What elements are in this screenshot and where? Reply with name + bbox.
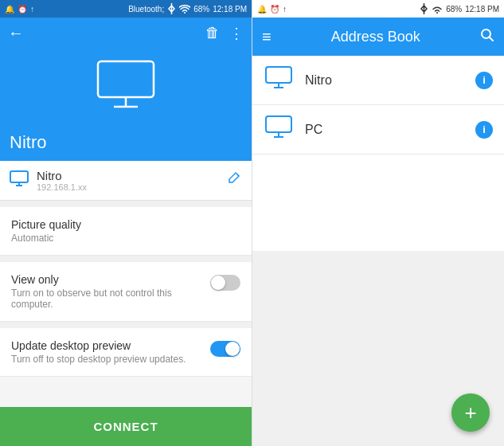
add-fab-button[interactable]: + <box>451 393 490 432</box>
right-bluetooth-icon <box>420 3 428 14</box>
left-panel: 🔔 ⏰ ↑ Bluetooth; 68% 12:18 PM ← 🗑 ⋮ <box>0 0 252 446</box>
setting-view-only-text: View only Turn on to observe but not con… <box>11 273 210 310</box>
menu-button[interactable]: ≡ <box>262 28 272 46</box>
right-notification-icon: 🔔 <box>257 5 267 14</box>
nitro-info-button[interactable]: i <box>475 72 493 89</box>
right-wifi-icon <box>432 5 443 14</box>
upload-icon: ↑ <box>30 5 34 14</box>
device-name-label: Nitro <box>37 169 228 182</box>
settings-divider-2 <box>0 256 252 262</box>
svg-line-7 <box>490 37 494 41</box>
right-status-right: 68% 12:18 PM <box>420 3 499 14</box>
notification-icon: 🔔 <box>5 5 14 14</box>
svg-rect-3 <box>10 171 28 182</box>
device-name-group: Nitro 192.168.1.xx <box>37 169 228 192</box>
alarm-icon: ⏰ <box>18 5 27 14</box>
setting-view-only-sub: Turn on to observe but not control this … <box>11 288 202 310</box>
right-status-bar: 🔔 ⏰ ↑ 68% 12:18 PM <box>252 0 504 18</box>
device-row[interactable]: Nitro 192.168.1.xx <box>0 161 252 201</box>
right-status-left: 🔔 ⏰ ↑ <box>257 5 287 14</box>
device-monitor-icon <box>10 170 29 190</box>
wifi-icon <box>179 5 190 14</box>
settings-divider-3 <box>0 322 252 328</box>
svg-rect-8 <box>266 67 291 83</box>
toggle-thumb <box>211 276 225 290</box>
right-time: 12:18 PM <box>465 5 499 14</box>
nitro-monitor-icon <box>264 65 294 95</box>
setting-view-only[interactable]: View only Turn on to observe but not con… <box>0 262 252 322</box>
bluetooth-icon: Bluetooth; <box>128 5 164 14</box>
update-desktop-toggle[interactable] <box>210 341 240 357</box>
battery-text: 68% <box>193 5 209 14</box>
pc-monitor-icon <box>264 115 294 144</box>
setting-update-text: Update desktop preview Turn off to stop … <box>11 339 210 365</box>
search-button[interactable] <box>480 28 494 46</box>
right-panel: 🔔 ⏰ ↑ 68% 12:18 PM ≡ Address Book <box>252 0 504 446</box>
edit-button[interactable] <box>228 171 242 190</box>
address-name-nitro: Nitro <box>305 73 475 88</box>
address-list: Nitro i PC i <box>252 56 504 251</box>
status-bar-left: 🔔 ⏰ ↑ <box>5 5 34 14</box>
delete-button[interactable]: 🗑 <box>205 25 220 42</box>
address-name-pc: PC <box>305 123 475 137</box>
address-item-pc[interactable]: PC i <box>252 105 504 155</box>
right-app-header: ≡ Address Book <box>252 18 504 56</box>
device-address: 192.168.1.xx <box>37 182 228 192</box>
right-alarm-icon: ⏰ <box>270 5 279 14</box>
left-status-bar: 🔔 ⏰ ↑ Bluetooth; 68% 12:18 PM <box>0 0 252 18</box>
back-button[interactable]: ← <box>8 24 24 42</box>
setting-picture-quality-title: Picture quality <box>11 218 232 231</box>
status-bar-right: Bluetooth; 68% 12:18 PM <box>128 3 247 14</box>
connect-button[interactable]: CONNECT <box>0 407 252 446</box>
setting-view-only-title: View only <box>11 273 202 286</box>
right-upload-icon: ↑ <box>283 5 287 14</box>
header-actions: 🗑 ⋮ <box>205 25 244 42</box>
left-time: 12:18 PM <box>213 5 247 14</box>
monitor-illustration <box>90 57 162 113</box>
svg-rect-0 <box>98 61 154 97</box>
pc-info-button[interactable]: i <box>475 121 493 139</box>
setting-update-title: Update desktop preview <box>11 339 202 352</box>
toggle-thumb-2 <box>225 342 240 356</box>
setting-update-sub: Turn off to stop desktop preview updates… <box>11 354 202 365</box>
settings-area: Picture quality Automatic View only Turn… <box>0 201 252 407</box>
bluetooth-icon-svg <box>167 3 176 14</box>
address-book-title: Address Book <box>272 29 480 45</box>
setting-update-desktop[interactable]: Update desktop preview Turn off to stop … <box>0 328 252 377</box>
view-only-toggle[interactable] <box>210 275 240 291</box>
right-battery-text: 68% <box>446 5 462 14</box>
setting-text: Picture quality Automatic <box>11 218 240 244</box>
setting-picture-quality-sub: Automatic <box>11 233 232 244</box>
left-header: ← 🗑 ⋮ Nitro <box>0 18 252 161</box>
setting-picture-quality[interactable]: Picture quality Automatic <box>0 207 252 256</box>
monitor-icon-area <box>0 41 252 129</box>
more-button[interactable]: ⋮ <box>229 25 244 42</box>
settings-divider-1 <box>0 201 252 207</box>
svg-rect-11 <box>266 116 291 132</box>
address-item-nitro[interactable]: Nitro i <box>252 56 504 105</box>
left-title: Nitro <box>0 129 252 161</box>
right-content-wrapper: Nitro i PC i + <box>252 56 504 446</box>
